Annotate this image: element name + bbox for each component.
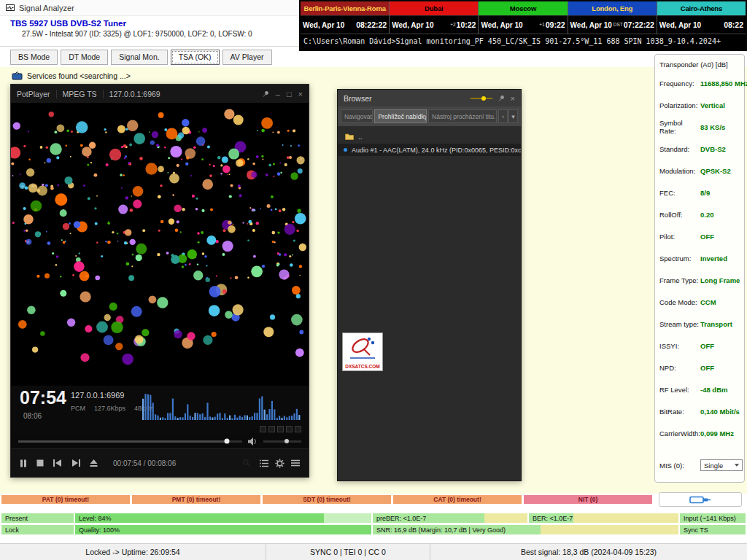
mis-select[interactable]: Single — [700, 459, 743, 471]
timeout-indicator: CAT (0) timeout! — [393, 495, 522, 504]
browser-titlebar[interactable]: Browser × — [338, 90, 521, 106]
tab-tsa[interactable]: TSA (OK) — [171, 50, 220, 65]
player-controls: 00:07:54 / 00:08:06 — [11, 448, 309, 477]
pause-button[interactable] — [20, 459, 27, 467]
param-label: Code Mode: — [659, 298, 700, 306]
tab-signal-mon[interactable]: Signal Mon. — [111, 50, 167, 65]
param-label: Spectrum: — [659, 254, 700, 262]
param-label: RollOff: — [659, 211, 700, 219]
previous-button[interactable] — [53, 459, 62, 467]
param-value: 83 KS/s — [700, 123, 725, 131]
dropdown-button[interactable]: ▾ — [508, 109, 518, 123]
gear-icon — [275, 459, 285, 468]
mini-toggle-icon[interactable] — [268, 426, 275, 432]
close-icon[interactable]: × — [511, 94, 515, 103]
settings-button[interactable] — [275, 459, 285, 468]
mini-toggle-icon[interactable] — [286, 426, 293, 432]
opacity-slider[interactable] — [471, 98, 492, 99]
overlay-mini-buttons[interactable] — [260, 426, 301, 432]
mini-toggle-icon[interactable] — [277, 426, 284, 432]
param-row: Modulation: QPSK-S2 — [655, 160, 744, 182]
volume-icon[interactable] — [248, 438, 258, 446]
param-row: Stream type: Transport — [655, 313, 744, 335]
tab-menu-browser[interactable]: Prohlížeč nabídky — [374, 109, 427, 123]
seek-bar[interactable] — [18, 440, 242, 443]
sync-ts-indicator: Sync TS — [680, 525, 746, 534]
clock-utc-offset: DST — [614, 22, 623, 27]
close-icon[interactable]: × — [298, 90, 303, 98]
clock-time: Wed, Apr 10 +2 10:22 — [390, 16, 478, 34]
clock-columns: Berlin-Paris-Vienna-Roma Wed, Apr 10 08:… — [301, 1, 746, 34]
console-window[interactable]: C:\Users\Roman Dávid>Signal monitoring_P… — [301, 34, 746, 50]
stop-button[interactable] — [36, 459, 44, 467]
mis-selected-value: Single — [704, 462, 723, 470]
services-status-text: Services found <searching ...> — [27, 71, 131, 80]
clock-zone: Cairo-Athens Wed, Apr 10 08:22 — [657, 1, 746, 34]
snr-bar: SNR: 16,9 dB (Margin: 10,7 dB | Very Goo… — [373, 525, 678, 534]
param-row: Frame Type: Long Frame — [655, 269, 744, 291]
bitrate-label: 127.6Kbps — [94, 405, 125, 412]
device-panel[interactable] — [659, 492, 742, 507]
elapsed-time-large: 07:54 — [20, 387, 66, 408]
total-time-small: 08:06 — [23, 412, 42, 420]
tab-title-browser[interactable]: Nástroj procházení titu... — [428, 109, 497, 123]
param-label: Symbol Rate: — [659, 119, 700, 135]
mini-toggle-icon[interactable] — [295, 426, 301, 432]
expand-button[interactable]: › — [498, 109, 508, 123]
potplayer-titlebar[interactable]: PotPlayer MPEG TS 127.0.0.1:6969 – □ × — [11, 85, 309, 103]
timeout-indicator: NIT (0) — [524, 495, 652, 504]
services-status-line: Services found <searching ...> — [12, 71, 131, 80]
tab-av-player[interactable]: AV Player — [222, 50, 272, 65]
param-label: Stream type: — [659, 320, 700, 328]
satellite-dish-icon — [343, 333, 382, 362]
param-row: Frequency: 11688,850 MHz — [655, 72, 744, 94]
clock-hhmm: 10:22 — [457, 20, 476, 29]
tab-bs-mode[interactable]: BS Mode — [10, 50, 58, 65]
menu-button[interactable] — [291, 459, 300, 467]
clock-date: Wed, Apr 10 — [303, 21, 344, 29]
param-label: RF Level: — [659, 386, 700, 394]
param-row: RF Level: -48 dBm — [655, 378, 744, 400]
signal-analyzer-app: Signal Analyzer TBS 5927 USB DVB-S2 Tune… — [0, 0, 747, 560]
mini-toggle-icon[interactable] — [260, 426, 266, 432]
clock-hhmm: 09:22 — [546, 20, 565, 29]
tab-dt-mode[interactable]: DT Mode — [61, 50, 108, 65]
divider — [56, 90, 57, 98]
seek-handle[interactable] — [224, 439, 229, 444]
clock-hhmm: 08:22 — [724, 20, 743, 29]
video-area[interactable] — [11, 103, 309, 386]
opacity-slider-handle[interactable] — [481, 96, 486, 101]
param-label: CarrierWidth: — [659, 429, 700, 438]
volume-handle[interactable] — [285, 439, 289, 443]
best-signal-status: Best signal: 18,3 dB (2024-04-09 15:23) — [430, 544, 747, 560]
present-indicator: Present — [1, 513, 74, 523]
audio-track-item[interactable]: Audio #1 - AAC(LATM), 24.0 kHz (PID:0x00… — [338, 144, 521, 156]
param-value: 0.20 — [700, 211, 714, 219]
pin-icon[interactable] — [263, 90, 269, 97]
audio-spectrum-visualizer — [142, 387, 301, 421]
uptime-status: Locked -> Uptime: 26:09:54 — [0, 544, 266, 560]
folder-up-item[interactable]: .. — [338, 131, 521, 142]
volume-slider[interactable] — [263, 440, 301, 443]
param-label: Frame Type: — [659, 276, 700, 284]
pin-icon[interactable] — [498, 95, 505, 101]
bullet-icon — [344, 148, 347, 152]
quality-bar: Quality: 100% — [75, 525, 371, 534]
next-button[interactable] — [71, 459, 80, 467]
psi-timeout-row: PAT (0) timeout! PMT (0) timeout! SDT (0… — [1, 495, 652, 504]
maximize-icon[interactable]: □ — [287, 90, 292, 98]
player-info-overlay: 07:54 08:06 127.0.0.1:6969 PCM 127.6Kbps… — [11, 386, 309, 434]
eject-button[interactable] — [90, 459, 98, 467]
param-label: Standard: — [659, 145, 700, 153]
stream-source-label: 127.0.0.1:6969 — [109, 90, 160, 98]
param-row: BitRate: 0,140 Mbit/s — [655, 400, 744, 422]
param-value: 11688,850 MHz — [700, 79, 747, 88]
playlist-button[interactable] — [260, 459, 268, 467]
minimize-icon[interactable]: – — [276, 90, 280, 98]
potplayer-menu-button[interactable]: PotPlayer — [17, 90, 50, 98]
preber-bar: preBER: <1.0E-7 — [373, 513, 527, 523]
param-label: Pilot: — [659, 233, 700, 241]
params-header: Transponder (A0) [dB] — [655, 56, 744, 72]
tab-navigate[interactable]: Navigovat — [341, 109, 373, 123]
search-button[interactable] — [239, 457, 253, 470]
